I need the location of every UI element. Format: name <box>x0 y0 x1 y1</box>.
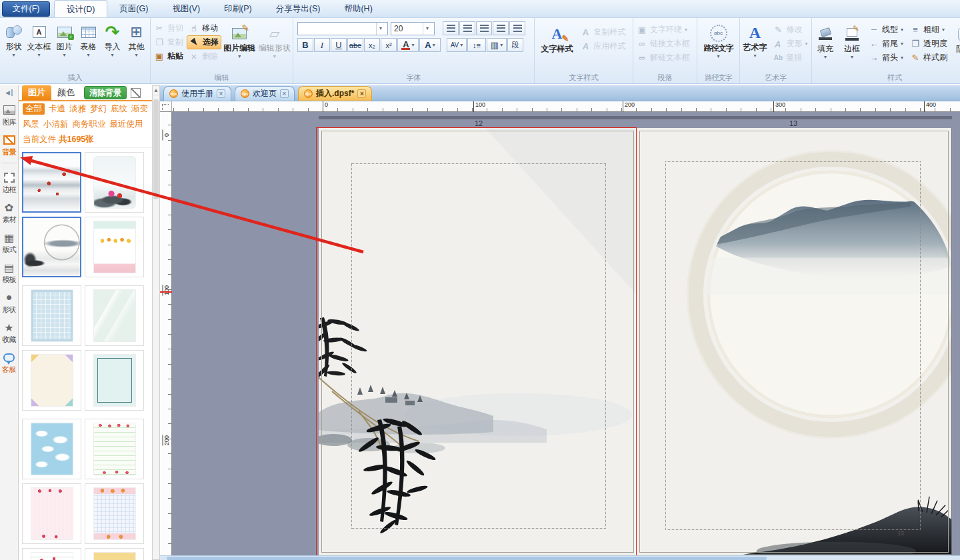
filter-scenery[interactable]: 风景 <box>23 119 39 130</box>
subscript-button[interactable]: x₂ <box>364 38 380 52</box>
background-thumbnail[interactable] <box>85 350 144 411</box>
cut-button[interactable]: ✂剪切 <box>152 21 185 35</box>
filter-all[interactable]: 全部 <box>23 103 45 115</box>
background-thumbnail[interactable] <box>22 350 81 411</box>
import-button[interactable]: ↷ 导入 ▾ <box>101 21 125 59</box>
page-right[interactable]: 15 <box>637 128 952 555</box>
char-spacing-button[interactable]: AV▾ <box>447 38 467 52</box>
filter-cartoon[interactable]: 卡通 <box>49 103 65 115</box>
background-thumbnail[interactable] <box>22 152 81 213</box>
underline-button[interactable]: U <box>331 38 347 52</box>
strikethrough-button[interactable]: abe <box>347 38 363 52</box>
panel-scrollbar[interactable]: ▲ <box>152 85 160 560</box>
rail-item-shape[interactable]: ● 形状 <box>1 291 18 313</box>
expand-panel-icon[interactable] <box>131 88 141 98</box>
filter-business[interactable]: 商务职业 <box>73 119 106 130</box>
text-wrap-button[interactable]: ▣文字环绕▾ <box>635 23 695 37</box>
background-thumbnail[interactable] <box>22 217 81 277</box>
background-thumbnail[interactable] <box>85 152 144 213</box>
rail-item-frame[interactable]: 边框 <box>1 171 18 193</box>
rail-item-template[interactable]: ▤ 模板 <box>1 261 18 283</box>
align-distribute-button[interactable] <box>509 21 525 35</box>
rail-item-layout[interactable]: ▦ 版式 <box>1 231 18 253</box>
columns-button[interactable]: ▥▾ <box>487 38 507 52</box>
background-thumbnail[interactable] <box>85 419 144 479</box>
scroll-up-arrow-icon[interactable]: ▲ <box>153 86 159 95</box>
tab-page[interactable]: 页面(G) <box>107 0 160 17</box>
align-center-button[interactable] <box>459 21 475 35</box>
path-text-button[interactable]: abc 路径文字 ▾ <box>703 21 735 60</box>
background-thumbnail[interactable] <box>22 285 81 346</box>
file-menu-button[interactable]: 文件(F) <box>2 1 50 17</box>
copy-button[interactable]: ❐复制 <box>152 35 185 49</box>
insert-table-button[interactable]: 表格 ▾ <box>77 21 101 59</box>
scrollbar-thumb[interactable] <box>153 99 159 199</box>
picture-edit-button[interactable]: ✎ 图片编辑 ▾ <box>223 21 257 60</box>
wordart-transform-button[interactable]: A变形▾ <box>771 37 809 51</box>
insert-textbox-button[interactable]: A 文本框 ▾ <box>26 21 53 59</box>
filter-dream[interactable]: 梦幻 <box>90 103 107 115</box>
filter-gradient[interactable]: 渐变 <box>131 103 148 115</box>
tab-view[interactable]: 视图(V) <box>160 0 212 17</box>
insert-other-button[interactable]: ⊞ 其他 ▾ <box>125 21 149 59</box>
transparency-button[interactable]: ❐透明度 <box>908 37 949 51</box>
line-weight-button[interactable]: ≡粗细▾ <box>908 23 949 37</box>
font-color-button[interactable]: A ▾ <box>397 38 419 52</box>
superscript-button[interactable]: x² <box>381 38 397 52</box>
rail-item-gallery[interactable]: 图库 <box>1 104 18 126</box>
background-thumbnail[interactable] <box>85 217 144 277</box>
filter-elegant[interactable]: 淡雅 <box>69 103 86 115</box>
align-right-button[interactable] <box>476 21 492 35</box>
filter-texture[interactable]: 底纹 <box>111 103 127 115</box>
align-justify-button[interactable] <box>493 21 509 35</box>
background-thumbnail[interactable] <box>85 285 144 346</box>
doc-tab-manual[interactable]: dps 使用手册 × <box>163 86 231 101</box>
link-textbox-button[interactable]: ∞链接文本框 <box>635 37 695 51</box>
select-button[interactable]: 选择 <box>187 35 221 49</box>
line-type-button[interactable]: ┄线型▾ <box>867 23 905 37</box>
tab-print[interactable]: 印刷(P) <box>212 0 264 17</box>
font-size-select[interactable]: 20 ▾ <box>391 22 435 35</box>
fill-button[interactable]: 填充 ▾ <box>813 21 837 61</box>
clear-background-button[interactable]: 清除背景 <box>84 86 127 99</box>
paragraph-settings-button[interactable]: 段 <box>507 38 523 52</box>
tab-help[interactable]: 帮助(H) <box>332 0 384 17</box>
background-thumbnail[interactable] <box>22 483 81 544</box>
panel-tab-color[interactable]: 颜色 <box>51 85 81 100</box>
horizontal-scrollbar[interactable] <box>160 555 960 560</box>
rail-item-favorites[interactable]: ★ 收藏 <box>1 321 18 343</box>
align-left-button[interactable] <box>443 21 459 35</box>
delete-button[interactable]: ×删除 <box>187 49 221 63</box>
border-button[interactable]: 边框 ▾ <box>840 21 864 61</box>
insert-picture-button[interactable]: + 图片 ▾ <box>53 21 77 59</box>
close-tab-icon[interactable]: × <box>217 89 225 98</box>
close-tab-icon[interactable]: × <box>280 89 289 98</box>
panel-tab-picture[interactable]: 图片 <box>22 85 51 100</box>
bold-button[interactable]: B <box>297 38 313 52</box>
text-style-button[interactable]: A 文字样式 <box>540 21 575 55</box>
unlink-textbox-button[interactable]: ∞解链文本框 <box>635 51 695 65</box>
tab-share-export[interactable]: 分享导出(S) <box>264 0 333 17</box>
apply-style-button[interactable]: A应用样式 <box>579 39 628 53</box>
font-outline-button[interactable]: A ▾ <box>419 38 441 52</box>
insert-shape-button[interactable]: 形状 ▾ <box>2 21 26 59</box>
arrow-tail-button[interactable]: ←箭尾▾ <box>867 37 905 51</box>
background-thumbnail[interactable] <box>85 483 144 544</box>
rail-item-background[interactable]: 背景 <box>1 134 18 156</box>
edit-shape-button[interactable]: ▱ 编辑形状 ▾ <box>258 21 292 60</box>
italic-button[interactable]: I <box>314 38 330 52</box>
scrollbar-thumb[interactable] <box>167 557 767 560</box>
wordart-vertical-button[interactable]: Ab竖排 <box>771 51 809 65</box>
background-thumbnail[interactable] <box>22 419 81 479</box>
style-brush-button[interactable]: ✎样式刷 <box>908 51 949 65</box>
horizontal-ruler[interactable]: 0 100 200 300 400 <box>172 101 960 112</box>
selection-rectangle[interactable] <box>316 127 637 555</box>
wordart-button[interactable]: A 艺术字 ▾ <box>741 21 768 59</box>
filter-fresh[interactable]: 小清新 <box>43 119 69 130</box>
filter-recent[interactable]: 最近使用 <box>110 119 143 130</box>
line-spacing-button[interactable]: ↕≡ <box>467 38 486 52</box>
rail-item-service[interactable]: 客服 <box>1 351 18 373</box>
shadow-button[interactable]: 阴影 ▾ <box>952 21 960 61</box>
move-button[interactable]: ☝移动 <box>187 21 221 35</box>
vertical-ruler[interactable]: 0 100 200 <box>160 112 172 555</box>
